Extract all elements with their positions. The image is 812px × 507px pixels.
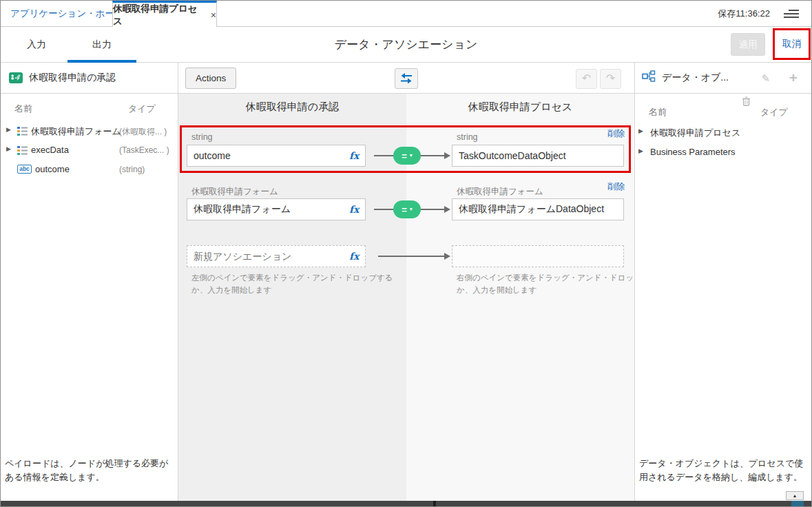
target-field-type: 休暇取得申請フォーム (457, 186, 543, 198)
cancel-button[interactable]: 取消 (775, 30, 809, 58)
data-objects-title: データ・オブ... (662, 72, 729, 84)
target-column-title: 休暇取得申請プロセス (406, 101, 634, 114)
tree-item-type: (TaskExec... ) (119, 145, 169, 155)
tree-row-form[interactable]: ▶ 休暇取得申請フォーム (休暇取得... ) (1, 121, 178, 141)
editor-header: データ・アソシエーション 入力 出力 適用 取消 (1, 27, 811, 63)
payload-panel: 休暇取得申請の承認 名前 タイプ ▶ 休暇取得申請フォーム (休暇取得... ) (1, 63, 178, 502)
tree-row-business-parameters[interactable]: ▶ Business Parameters (635, 143, 812, 163)
window-bottom-edge (1, 501, 811, 506)
column-name-header: 名前 (649, 106, 667, 118)
tree-row-execdata[interactable]: ▶ execData (TaskExec... ) (1, 141, 178, 160)
tab-process-active[interactable]: 休暇取得申請プロセス × (112, 1, 217, 28)
source-column-title: 休暇取得申請の承認 (178, 101, 406, 114)
swap-button[interactable] (395, 68, 418, 89)
fx-expression-icon[interactable]: fx (349, 204, 359, 215)
cancel-highlight-box: 取消 (773, 28, 811, 60)
tree-item-label: 休暇取得申請フォーム (31, 125, 121, 138)
expand-arrow-icon[interactable]: ▶ (6, 126, 11, 133)
data-object-icon (642, 70, 656, 85)
struct-type-icon (17, 145, 28, 158)
operator-badge[interactable]: = ▾ (393, 200, 421, 218)
bottom-edge-tick (433, 501, 436, 506)
tab-output[interactable]: 出力 (67, 27, 136, 63)
save-status: 保存11:36:22 (718, 1, 770, 27)
data-objects-body: 名前 タイプ ▶ 休暇取得申請プロセス ▶ Business Parameter… (635, 94, 812, 163)
payload-panel-header: 休暇取得申請の承認 (1, 63, 178, 94)
human-task-icon (9, 72, 23, 83)
equals-operator: = (402, 152, 407, 161)
tree-row-process[interactable]: ▶ 休暇取得申請プロセス (635, 123, 812, 143)
payload-column-headers: 名前 タイプ (1, 94, 178, 121)
actions-button[interactable]: Actions (185, 68, 236, 89)
apply-button[interactable]: 適用 (731, 33, 765, 56)
edit-pencil-icon[interactable]: ✎ (761, 72, 770, 85)
source-field-type: 休暇取得申請フォーム (191, 186, 278, 198)
expand-arrow-icon[interactable]: ▶ (638, 147, 643, 154)
tab-process-label: 休暇取得申請プロセス (113, 3, 205, 28)
tree-row-outcome[interactable]: abc outcome (string) (1, 160, 178, 179)
fx-expression-icon[interactable]: fx (349, 251, 359, 262)
swap-arrows-icon (400, 73, 413, 84)
column-type-header: タイプ (760, 106, 788, 118)
data-objects-column-headers: 名前 タイプ (635, 94, 812, 123)
column-name-header: 名前 (14, 103, 32, 115)
association-toolbar: Actions ↶ ↷ (178, 63, 634, 94)
source-field-type: string (191, 132, 213, 142)
left-drop-hint: 左側のペインで要素をドラッグ・アンド・ドロップするか、入力を開始します (191, 271, 406, 297)
tree-item-label: Business Parameters (650, 147, 736, 157)
undo-button[interactable]: ↶ (576, 69, 597, 89)
mapping-arrow (378, 256, 445, 257)
source-field-input[interactable] (187, 145, 366, 167)
tree-item-label: outcome (35, 164, 70, 174)
tree-item-label: execData (31, 145, 69, 155)
tab-close-icon[interactable]: × (211, 10, 216, 20)
equals-operator: = (402, 205, 407, 214)
bottom-edge-segment (791, 501, 804, 506)
caret-down-icon: ▾ (410, 153, 413, 158)
document-tab-bar: アプリケーション・ホーム 休暇取得申請プロセス × 保存11:36:22 (1, 1, 811, 27)
hamburger-menu-icon[interactable] (784, 10, 799, 19)
redo-button[interactable]: ↷ (600, 69, 621, 89)
caret-down-icon: ▾ (410, 207, 413, 212)
struct-type-icon (17, 126, 28, 138)
data-objects-description: データ・オブジェクトは、プロセスで使用されるデータを格納し、編成します。 (639, 457, 806, 484)
string-type-icon: abc (17, 165, 32, 174)
fx-expression-icon[interactable]: fx (349, 150, 359, 161)
operator-badge[interactable]: = ▾ (393, 147, 421, 165)
scroll-up-button[interactable]: ▲ (786, 491, 804, 500)
tree-item-type: (string) (119, 165, 145, 174)
delete-link[interactable]: 削除 (607, 128, 625, 140)
mapping-area: 休暇取得申請の承認 休暇取得申請プロセス 削除 string fx = ▾ st… (178, 94, 634, 502)
data-objects-panel: データ・オブ... ✎ + 名前 タイプ (634, 63, 812, 502)
main-content: 休暇取得申請の承認 名前 タイプ ▶ 休暇取得申請フォーム (休暇取得... ) (1, 63, 811, 502)
association-panel: Actions ↶ ↷ 休暇取得申請の承認 休暇取得申請プロセス 削除 stri… (178, 63, 634, 502)
tab-application-home[interactable]: アプリケーション・ホーム (8, 1, 127, 27)
source-field-input[interactable] (187, 198, 366, 220)
new-association-input[interactable] (187, 245, 366, 267)
payload-panel-title: 休暇取得申請の承認 (29, 72, 116, 84)
expand-arrow-icon[interactable]: ▶ (6, 145, 11, 152)
new-association-target-input[interactable] (452, 245, 624, 267)
payload-description: ペイロードは、ノードが処理する必要がある情報を定義します。 (5, 457, 176, 484)
expand-arrow-icon[interactable]: ▶ (638, 127, 643, 134)
tree-item-type: (休暇取得... ) (119, 126, 167, 138)
target-field-input[interactable] (452, 198, 624, 220)
target-field-type: string (457, 132, 478, 142)
tab-input[interactable]: 入力 (16, 27, 57, 63)
target-field-input[interactable] (452, 145, 624, 167)
data-objects-header: データ・オブ... ✎ + (635, 63, 812, 94)
app-window: アプリケーション・ホーム 休暇取得申請プロセス × 保存11:36:22 データ… (0, 0, 812, 507)
delete-link[interactable]: 削除 (607, 181, 625, 193)
tree-item-label: 休暇取得申請プロセス (650, 127, 740, 139)
column-type-header: タイプ (128, 103, 156, 115)
add-plus-icon[interactable]: + (789, 70, 798, 86)
